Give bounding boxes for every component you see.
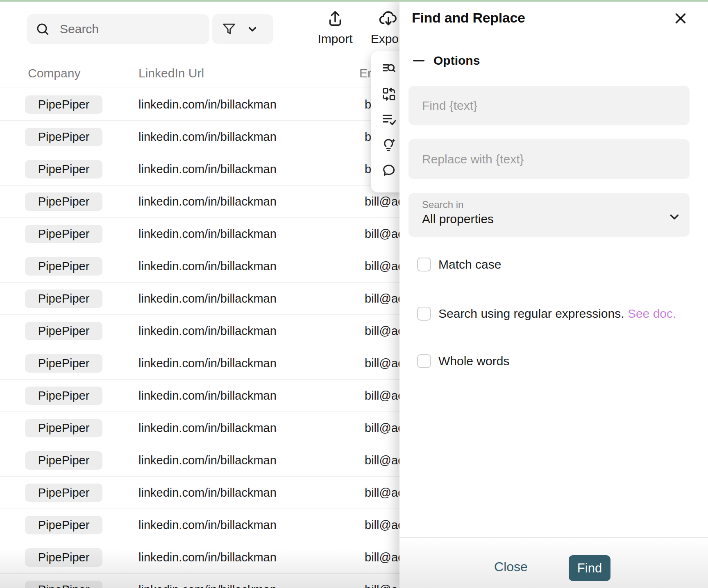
table-row[interactable]: PipePiper linkedin.com/in/billackman bil… bbox=[0, 250, 410, 283]
match-case-label: Match case bbox=[438, 258, 501, 271]
table-row[interactable]: PipePiper linkedin.com/in/billackman bil… bbox=[0, 509, 410, 541]
options-toggle[interactable]: Options bbox=[413, 54, 480, 68]
whole-words-checkbox[interactable] bbox=[417, 354, 431, 368]
linkedin-url-cell: linkedin.com/in/billackman bbox=[138, 380, 277, 412]
whole-words-row: Whole words bbox=[417, 353, 509, 369]
company-badge: PipePiper bbox=[25, 160, 102, 179]
filter-funnel-icon bbox=[221, 21, 237, 37]
panel-footer bbox=[399, 537, 708, 588]
table-row[interactable]: PipePiper linkedin.com/in/billackman bil… bbox=[0, 412, 410, 444]
table-row[interactable]: PipePiper linkedin.com/in/billackman bil… bbox=[0, 153, 410, 185]
company-badge-label: PipePiper bbox=[38, 324, 90, 338]
close-button[interactable]: Close bbox=[486, 559, 536, 574]
search-in-label: Search in bbox=[422, 199, 463, 210]
company-badge: PipePiper bbox=[25, 581, 102, 588]
table-row[interactable]: PipePiper linkedin.com/in/billackman bil… bbox=[0, 477, 410, 509]
linkedin-url-cell: linkedin.com/in/billackman bbox=[138, 315, 277, 347]
import-label: Import bbox=[318, 32, 352, 46]
find-in-list-icon bbox=[381, 61, 397, 77]
email-cell: bill@ac bbox=[365, 574, 404, 588]
table-header: Company LinkedIn Url Email bbox=[0, 53, 410, 88]
linkedin-url-cell: linkedin.com/in/billackman bbox=[138, 250, 277, 283]
table-row[interactable]: PipePiper linkedin.com/in/billackman bil… bbox=[0, 315, 410, 347]
table-row[interactable]: PipePiper linkedin.com/in/billackman bil… bbox=[0, 347, 410, 380]
find-input[interactable] bbox=[408, 86, 690, 125]
linkedin-url-cell: linkedin.com/in/billackman bbox=[138, 444, 277, 477]
table-row[interactable]: PipePiper linkedin.com/in/billackman bil… bbox=[0, 218, 410, 250]
match-case-checkbox[interactable] bbox=[417, 258, 431, 271]
table-row[interactable]: PipePiper linkedin.com/in/billackman bil… bbox=[0, 88, 410, 121]
table-row[interactable]: PipePiper linkedin.com/in/billackman bil… bbox=[0, 185, 410, 218]
column-header-company[interactable]: Company bbox=[28, 66, 80, 80]
filter-button[interactable] bbox=[212, 14, 273, 44]
company-badge-label: PipePiper bbox=[38, 454, 90, 467]
email-cell: bill@ac bbox=[365, 477, 404, 509]
chevron-down-icon[interactable] bbox=[246, 23, 259, 36]
table-row[interactable]: PipePiper linkedin.com/in/billackman bil… bbox=[0, 574, 410, 588]
search-box[interactable] bbox=[27, 14, 209, 44]
email-cell: bill@ac bbox=[365, 250, 404, 283]
menu-item-suggest[interactable] bbox=[376, 132, 402, 158]
close-icon[interactable] bbox=[673, 11, 688, 26]
table-body: PipePiper linkedin.com/in/billackman bil… bbox=[0, 88, 410, 588]
search-in-select[interactable]: Search in All properties bbox=[408, 193, 690, 237]
company-badge: PipePiper bbox=[25, 451, 102, 470]
search-in-value: All properties bbox=[422, 212, 494, 226]
options-label: Options bbox=[433, 54, 480, 68]
company-badge-label: PipePiper bbox=[38, 195, 90, 208]
email-cell: bill@ac bbox=[365, 315, 404, 347]
chat-bubble-icon bbox=[381, 163, 397, 178]
linkedin-url-cell: linkedin.com/in/billackman bbox=[138, 574, 277, 588]
top-accent-bar bbox=[0, 0, 708, 2]
email-cell: bill@ac bbox=[365, 444, 404, 477]
column-header-linkedin-url[interactable]: LinkedIn Url bbox=[138, 66, 204, 80]
company-badge-label: PipePiper bbox=[38, 163, 90, 176]
company-badge: PipePiper bbox=[25, 419, 102, 437]
menu-item-find[interactable] bbox=[376, 56, 402, 81]
company-badge: PipePiper bbox=[25, 128, 102, 146]
regex-checkbox[interactable] bbox=[417, 307, 431, 321]
menu-item-validate[interactable] bbox=[376, 107, 402, 132]
company-badge-label: PipePiper bbox=[38, 260, 90, 273]
company-badge: PipePiper bbox=[25, 322, 102, 340]
company-badge-label: PipePiper bbox=[38, 292, 90, 305]
company-badge-label: PipePiper bbox=[38, 518, 90, 532]
email-cell: bill@ac bbox=[365, 509, 404, 541]
table-row[interactable]: PipePiper linkedin.com/in/billackman bil… bbox=[0, 541, 410, 574]
company-badge-label: PipePiper bbox=[38, 389, 90, 403]
company-badge: PipePiper bbox=[25, 225, 102, 243]
see-doc-link[interactable]: See doc. bbox=[628, 307, 676, 320]
company-badge: PipePiper bbox=[25, 548, 102, 567]
company-badge: PipePiper bbox=[25, 516, 102, 534]
replace-input[interactable] bbox=[408, 139, 690, 179]
company-badge-label: PipePiper bbox=[38, 551, 90, 564]
cloud-download-icon bbox=[378, 9, 399, 29]
linkedin-url-cell: linkedin.com/in/billackman bbox=[138, 347, 277, 380]
whole-words-label: Whole words bbox=[438, 354, 509, 368]
company-badge: PipePiper bbox=[25, 192, 102, 211]
search-input[interactable] bbox=[60, 22, 195, 36]
table-row[interactable]: PipePiper linkedin.com/in/billackman bil… bbox=[0, 121, 410, 153]
linkedin-url-cell: linkedin.com/in/billackman bbox=[138, 509, 277, 541]
email-cell: bill@ac bbox=[365, 283, 404, 315]
company-badge-label: PipePiper bbox=[38, 421, 90, 435]
linkedin-url-cell: linkedin.com/in/billackman bbox=[138, 185, 277, 218]
linkedin-url-cell: linkedin.com/in/billackman bbox=[138, 121, 277, 153]
company-badge: PipePiper bbox=[25, 289, 102, 308]
email-cell: bill@ac bbox=[365, 380, 404, 412]
search-icon bbox=[35, 22, 50, 36]
table-row[interactable]: PipePiper linkedin.com/in/billackman bil… bbox=[0, 283, 410, 315]
email-cell: bill@ac bbox=[365, 541, 404, 574]
menu-item-replace[interactable] bbox=[376, 81, 402, 107]
linkedin-url-cell: linkedin.com/in/billackman bbox=[138, 153, 277, 185]
find-button[interactable]: Find bbox=[569, 555, 610, 581]
import-button[interactable]: Import bbox=[315, 9, 356, 46]
table-row[interactable]: PipePiper linkedin.com/in/billackman bil… bbox=[0, 444, 410, 477]
table-row[interactable]: PipePiper linkedin.com/in/billackman bil… bbox=[0, 380, 410, 412]
chevron-down-icon bbox=[667, 210, 681, 224]
company-badge: PipePiper bbox=[25, 387, 102, 405]
linkedin-url-cell: linkedin.com/in/billackman bbox=[138, 283, 277, 315]
regex-label: Search using regular expressions. See do… bbox=[438, 307, 676, 321]
company-badge: PipePiper bbox=[25, 484, 102, 502]
menu-item-chat[interactable] bbox=[376, 158, 402, 183]
